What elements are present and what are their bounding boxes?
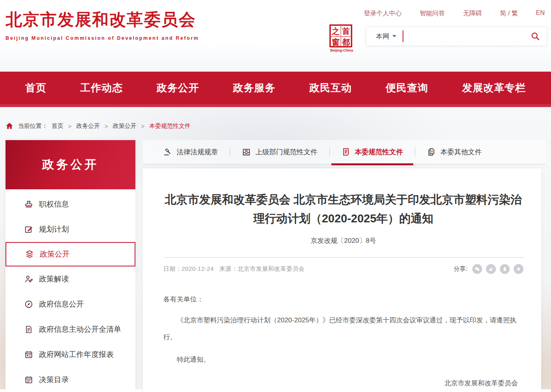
sidebar-item-label: 规划计划 [39,224,69,235]
share-qq-icon[interactable] [500,264,510,274]
meta-divider [163,257,523,258]
article-meta: 日期：2020-12-24 来源：北京市发展和改革委员会 分享: [163,264,523,274]
seal-char: 之 [331,26,341,37]
nav-item-gov-disclosure[interactable]: 政务公开 [157,81,199,95]
article-signature: 北京市发展和改革委员会 [163,379,523,388]
report-icon [24,350,33,359]
breadcrumb-separator: > [68,123,72,129]
nav-item-reform-column[interactable]: 发展改革专栏 [462,81,526,95]
sidebar-item-gov-info-disclosure[interactable]: 政府信息公开 [6,292,135,317]
nav-item-home[interactable]: 首页 [25,81,46,95]
top-utility-links: 登录个人中心 智能问答 无障碍 简 / 繁 EN [364,9,545,18]
share-wechat-icon[interactable] [472,264,482,274]
breadcrumb-gov-disclosure[interactable]: 政务公开 [76,122,100,130]
article-panel: 北京市发展和改革委员会 北京市生态环境局关于印发北京市塑料污染治理行动计划（20… [143,168,541,392]
sidebar-item-label: 政策公开 [40,249,70,259]
search-input[interactable] [407,28,529,44]
sidebar-item-label: 政策解读 [39,274,69,284]
share-qzone-icon[interactable] [514,264,523,274]
nav-item-public-interaction[interactable]: 政民互动 [309,81,352,95]
breadcrumb-label: 当前位置： [18,122,48,130]
sidebar-item-label: 政府信息主动公开全清单 [39,324,121,335]
breadcrumb-home[interactable]: 首页 [52,122,63,130]
layers-icon [25,250,34,259]
main-navigation: 首页 工作动态 政务公开 政务服务 政民互动 便民查询 发展改革专栏 [0,72,551,107]
breadcrumb: 当前位置： 首页 > 政务公开 > 政策公开 > 本委规范性文件 [0,107,551,133]
seal-characters: 之 首 窗 都 [329,24,352,47]
article-date: 2020-12-24 [182,265,214,272]
share-weibo-icon[interactable] [486,264,496,274]
inbox-icon [242,148,251,156]
sidebar-item-policy-disclosure[interactable]: 政策公开 [6,242,135,266]
content-column: 法律法规规章 上级部门规范性文件 [143,140,545,389]
beijing-china-seal-logo[interactable]: 之 首 窗 都 Beijing-China [329,24,354,52]
nav-item-gov-services[interactable]: 政务服务 [233,81,276,95]
chevron-down-icon [392,35,396,37]
smart-qa-link[interactable]: 智能问答 [420,9,445,18]
breadcrumb-current-page[interactable]: 本委规范性文件 [149,122,190,130]
sidebar-item-label: 政府网站工作年度报表 [39,349,114,360]
search-scope-select[interactable]: 本网 [372,32,400,41]
sidebar-item-label: 决策目录 [39,375,69,385]
sidebar-header-gov-disclosure[interactable]: 政务公开 [6,140,135,189]
article-source: 北京市发展和改革委员会 [238,265,305,272]
sidebar-item-website-annual-report[interactable]: 政府网站工作年度报表 [6,342,135,367]
page-body: 当前位置： 首页 > 政务公开 > 政策公开 > 本委规范性文件 政务公开 [0,107,551,389]
search-caret-divider [403,30,403,42]
nav-item-convenient-inquiry[interactable]: 便民查询 [386,81,428,95]
sidebar-item-label: 职权信息 [39,199,69,209]
document-icon [24,325,33,334]
tab-commission-other-docs[interactable]: 本委其他文件 [415,140,494,164]
share-bar: 分享: [454,264,523,274]
stamp-icon [24,200,33,209]
tab-superior-normative-docs[interactable]: 上级部门规范性文件 [230,140,329,164]
sidebar: 政务公开 职权信息 [6,140,135,389]
sidebar-menu: 职权信息 规划计划 [6,189,135,392]
simplified-traditional-toggle[interactable]: 简 / 繁 [500,9,518,18]
tab-label: 本委规范性文件 [355,147,403,157]
nav-item-work-updates[interactable]: 工作动态 [80,81,123,95]
edit-icon [24,225,33,234]
calendar-icon [24,375,33,384]
accessibility-link[interactable]: 无障碍 [463,9,482,18]
sidebar-item-proactive-disclosure-list[interactable]: 政府信息主动公开全清单 [6,317,135,342]
seal-char: 都 [341,37,351,48]
search-bar: 本网 [366,27,547,46]
tab-commission-normative-docs[interactable]: 本委规范性文件 [330,140,415,164]
file-copy-icon [427,148,436,156]
article-salutation: 各有关单位： [163,293,523,306]
search-scope-label: 本网 [376,32,389,41]
sidebar-item-decision-catalog[interactable]: 决策目录 [6,367,135,392]
seal-caption: Beijing-China [329,48,354,52]
article-body: 各有关单位： 《北京市塑料污染治理行动计划（2020-2025年）》已经市委深改… [163,293,523,388]
site-title: 北京市发展和改革委员会 [6,9,199,31]
breadcrumb-separator: > [105,123,108,129]
breadcrumb-policy-disclosure[interactable]: 政策公开 [113,122,137,130]
site-header: 北京市发展和改革委员会 Beijing Municipal Commission… [0,0,551,72]
document-red-icon [342,148,350,156]
content-layout: 政务公开 职权信息 [0,140,551,389]
tab-label: 上级部门规范性文件 [255,147,318,157]
sidebar-item-label: 政府信息公开 [39,299,84,309]
breadcrumb-separator: > [141,123,145,129]
article-paragraph-1: 《北京市塑料污染治理行动计划（2020-2025年）》已经市委深改委第十四次会议… [163,312,523,346]
home-icon[interactable] [6,122,13,130]
compass-icon [24,300,33,309]
sidebar-header-label: 政务公开 [42,157,99,173]
date-label: 日期： [163,265,182,272]
sidebar-item-policy-interpretation[interactable]: 政策解读 [6,266,135,292]
article-title: 北京市发展和改革委员会 北京市生态环境局关于印发北京市塑料污染治理行动计划（20… [163,190,523,228]
sidebar-item-planning[interactable]: 规划计划 [6,217,135,242]
share-label: 分享: [454,265,468,273]
sidebar-item-authority-info[interactable]: 职权信息 [6,192,135,217]
english-link[interactable]: EN [536,9,545,18]
source-label: 来源： [219,265,238,272]
tab-laws-regulations[interactable]: 法律法规规章 [152,140,230,164]
person-pen-icon [24,275,33,283]
site-logo[interactable]: 北京市发展和改革委员会 Beijing Municipal Commission… [6,9,199,41]
tab-label: 本委其他文件 [440,147,482,157]
search-button[interactable] [529,30,541,42]
login-link[interactable]: 登录个人中心 [364,9,401,18]
document-category-tabs: 法律法规规章 上级部门规范性文件 [143,140,545,165]
seal-char: 窗 [331,37,341,48]
